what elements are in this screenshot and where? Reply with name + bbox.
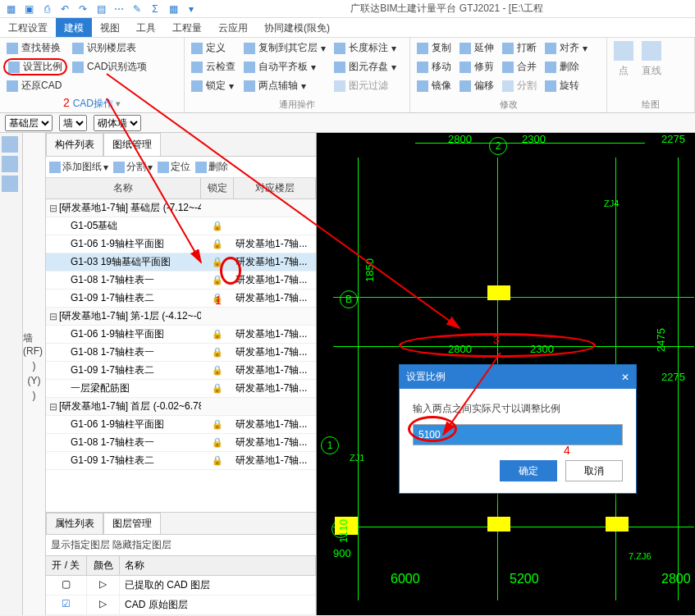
- scale-input[interactable]: [413, 424, 623, 445]
- layer-subtabs[interactable]: 显示指定图层 隐藏指定图层: [46, 535, 316, 555]
- tab-quantity[interactable]: 工程量: [164, 18, 210, 37]
- rotate-button[interactable]: 旋转: [542, 77, 591, 94]
- drawing-canvas[interactable]: 2800 2 2300 2275 B 1 A ZJ4 ZJ1 7.ZJ6 185…: [317, 133, 695, 615]
- close-icon[interactable]: ✕: [621, 372, 629, 383]
- strip-icon[interactable]: [2, 176, 18, 192]
- collapse-icon[interactable]: ⊟: [49, 203, 57, 214]
- checkbox-icon[interactable]: ▢: [46, 576, 87, 595]
- layer-row[interactable]: ▢ ▷ 已提取的 CAD 图层: [46, 576, 316, 595]
- tree-row[interactable]: G1-09 1-7轴柱表二🔒研发基地1-7轴...: [46, 362, 316, 380]
- strip-icon[interactable]: [2, 156, 18, 172]
- ok-button[interactable]: 确定: [500, 460, 557, 481]
- lock-icon[interactable]: 🔒: [212, 221, 223, 231]
- find-replace-button[interactable]: 查找替换: [3, 39, 67, 57]
- two-point-axis-button[interactable]: 两点辅轴 ▾: [240, 77, 329, 94]
- copy-to-other-layer-button[interactable]: 复制到其它层 ▾: [240, 39, 329, 57]
- recognize-floor-table-button[interactable]: 识别楼层表: [69, 39, 150, 57]
- cancel-button[interactable]: 取消: [565, 460, 623, 481]
- tree-row[interactable]: ⊟[研发基地1-7轴] 第-1层 (-4.12~-0.02): [46, 308, 316, 326]
- auto-align-slab-button[interactable]: 自动平齐板 ▾: [240, 58, 329, 75]
- align-button[interactable]: 对齐 ▾: [542, 39, 591, 57]
- undo-icon[interactable]: ↶: [57, 2, 72, 16]
- split-drawing-button[interactable]: 分割 ▾: [113, 160, 153, 174]
- tab-tools[interactable]: 工具: [128, 18, 164, 37]
- lock-icon[interactable]: 🔒: [212, 275, 223, 285]
- element-save-button[interactable]: 图元存盘 ▾: [331, 58, 400, 75]
- cat-label[interactable]: 墙(RF): [23, 330, 45, 358]
- delete-button[interactable]: 删除: [542, 58, 591, 75]
- lock-icon[interactable]: 🔒: [212, 257, 223, 267]
- tree-row[interactable]: G1-06 1-9轴柱平面图🔒研发基地1-7轴...: [46, 235, 316, 253]
- tree-list[interactable]: ⊟[研发基地1-7轴] 基础层 (-7.12~-4.12)G1-05基础🔒G1-…: [46, 199, 316, 512]
- move-button[interactable]: 移动: [414, 58, 455, 75]
- extend-button[interactable]: 延伸: [456, 39, 497, 57]
- offset-button[interactable]: 偏移: [456, 77, 497, 94]
- break-button[interactable]: 打断: [499, 39, 540, 57]
- line-button[interactable]: 直线: [638, 39, 665, 80]
- lock-button[interactable]: 锁定 ▾: [188, 77, 239, 94]
- lock-icon[interactable]: 🔒: [212, 347, 223, 358]
- redo-icon[interactable]: ↷: [75, 2, 90, 16]
- point-button[interactable]: 点: [610, 39, 637, 80]
- tree-row[interactable]: G1-09 1-7轴柱表二🔒研发基地1-7轴...: [46, 290, 316, 308]
- mirror-button[interactable]: 镜像: [414, 77, 455, 94]
- lock-icon[interactable]: 🔒: [212, 455, 223, 466]
- tree-row[interactable]: G1-08 1-7轴柱表一🔒研发基地1-7轴...: [46, 271, 316, 290]
- tab-drawing-manage[interactable]: 图纸管理: [103, 133, 161, 156]
- tree-row[interactable]: ⊟[研发基地1-7轴] 首层 (-0.02~6.78): [46, 398, 316, 416]
- lock-icon[interactable]: 🔒: [212, 419, 223, 430]
- tab-component-list[interactable]: 构件列表: [46, 133, 103, 156]
- copy-button[interactable]: 复制: [414, 39, 455, 57]
- type-select[interactable]: 砌体墙: [94, 115, 141, 131]
- set-scale-button[interactable]: 设置比例: [3, 58, 67, 75]
- strip-icon[interactable]: [2, 136, 18, 153]
- collapse-icon[interactable]: ⊟: [49, 401, 57, 413]
- collapse-icon[interactable]: ⊟: [49, 311, 57, 322]
- define-button[interactable]: 定义: [188, 39, 239, 57]
- cat-label[interactable]: ): [33, 388, 36, 403]
- tab-project-settings[interactable]: 工程设置: [0, 18, 56, 37]
- delete-drawing-button[interactable]: 删除: [195, 160, 228, 174]
- tree-row[interactable]: G1-03 19轴基础平面图🔒研发基地1-7轴...: [46, 253, 316, 271]
- qat-icon[interactable]: ▦: [166, 2, 181, 16]
- tab-property-list[interactable]: 属性列表: [46, 513, 103, 534]
- tree-row[interactable]: G1-06 1-9轴柱平面图🔒研发基地1-7轴...: [46, 326, 316, 344]
- qat-icon[interactable]: ⎙: [39, 2, 54, 16]
- element-filter-button[interactable]: 图元过滤: [331, 77, 400, 94]
- length-label-button[interactable]: 长度标注 ▾: [331, 39, 400, 57]
- split-button[interactable]: 分割: [499, 77, 540, 94]
- category-select[interactable]: 墙: [59, 115, 87, 131]
- cat-label[interactable]: (Y): [28, 373, 41, 388]
- qat-icon[interactable]: Σ: [148, 2, 162, 16]
- cad-recognition-options-button[interactable]: CAD识别选项: [69, 58, 150, 75]
- tree-row[interactable]: G1-06 1-9轴柱平面图🔒研发基地1-7轴...: [46, 416, 316, 434]
- tree-row[interactable]: ⊟[研发基地1-7轴] 基础层 (-7.12~-4.12): [46, 199, 316, 217]
- lock-icon[interactable]: 🔒: [212, 437, 223, 448]
- expand-icon[interactable]: ▷: [87, 595, 120, 614]
- tree-row[interactable]: G1-08 1-7轴柱表一🔒研发基地1-7轴...: [46, 434, 316, 452]
- tree-row[interactable]: G1-09 1-7轴柱表二🔒研发基地1-7轴...: [46, 452, 316, 470]
- lock-icon[interactable]: 🔒: [212, 365, 223, 376]
- qat-icon[interactable]: ▣: [21, 2, 36, 16]
- qat-icon[interactable]: ✎: [130, 2, 144, 16]
- tree-row[interactable]: G1-05基础🔒: [46, 217, 316, 235]
- expand-icon[interactable]: ▷: [87, 576, 120, 595]
- tree-row[interactable]: 一层梁配筋图🔒研发基地1-7轴...: [46, 380, 316, 398]
- lock-icon[interactable]: 🔒: [212, 383, 223, 394]
- tab-modeling[interactable]: 建模: [56, 18, 92, 37]
- floor-select[interactable]: 基础层: [5, 115, 53, 131]
- qat-icon[interactable]: ▤: [94, 2, 108, 16]
- qat-icon[interactable]: ▦: [3, 2, 18, 16]
- tab-layer-manage[interactable]: 图层管理: [103, 513, 161, 534]
- qat-icon[interactable]: ⋯: [112, 2, 126, 16]
- cloud-check-button[interactable]: 云检查: [188, 58, 239, 75]
- dialog-titlebar[interactable]: 设置比例 ✕: [400, 365, 636, 389]
- add-drawing-button[interactable]: 添加图纸 ▾: [49, 160, 108, 174]
- locate-button[interactable]: 定位: [158, 160, 190, 174]
- tab-cloud[interactable]: 云应用: [210, 18, 256, 37]
- trim-button[interactable]: 修剪: [456, 58, 497, 75]
- qat-dropdown-icon[interactable]: ▾: [184, 2, 199, 16]
- lock-icon[interactable]: 🔒: [212, 239, 223, 249]
- merge-button[interactable]: 合并: [499, 58, 540, 75]
- layer-row[interactable]: ☑ ▷ CAD 原始图层: [46, 595, 316, 615]
